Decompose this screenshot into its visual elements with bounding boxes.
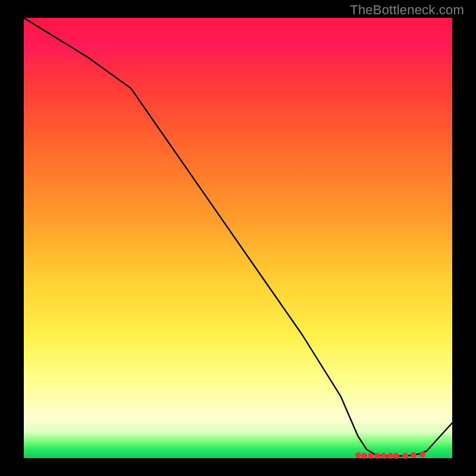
chart-plot-area [24,18,452,458]
chart-frame: TheBottleneck.com [0,0,476,476]
curve-line [24,18,452,456]
bottleneck-curve [24,18,452,458]
attribution-label: TheBottleneck.com [350,2,464,18]
